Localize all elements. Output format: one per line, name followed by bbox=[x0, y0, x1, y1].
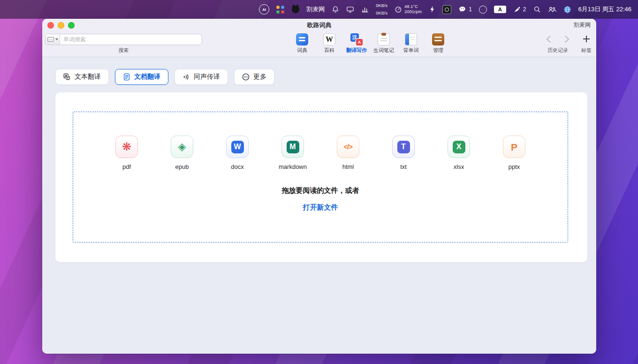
flashcards-icon bbox=[405, 33, 417, 46]
window-title: 欧路词典 bbox=[42, 21, 596, 30]
markdown-file-icon: M bbox=[281, 136, 304, 158]
keyboard-icon bbox=[47, 37, 54, 42]
toolbar-item-dictionary[interactable]: 词典 bbox=[292, 33, 312, 54]
tab-more[interactable]: 更多 bbox=[234, 69, 274, 85]
net-up-speed: 0KB/s bbox=[376, 3, 387, 8]
menubar: AI 割麦网 0KB/s 0KB/s 48.1°C 2001rpm bbox=[0, 0, 638, 19]
net-down-speed: 0KB/s bbox=[376, 11, 387, 16]
zoom-window-button[interactable] bbox=[68, 22, 75, 29]
minimize-window-button[interactable] bbox=[58, 22, 64, 29]
tab-simultaneous-interpretation[interactable]: 同声传译 bbox=[175, 69, 228, 85]
tab-document-translate[interactable]: 文档翻译 bbox=[115, 69, 168, 85]
toolbar-item-translate-write[interactable]: 汉 A 翻译写作 bbox=[346, 33, 367, 54]
xlsx-file-icon: X bbox=[448, 136, 470, 158]
dropzone-hint-text: 拖放要阅读的文件，或者 bbox=[282, 186, 359, 195]
input-method-indicator[interactable]: A bbox=[494, 6, 506, 13]
history-label: 历史记录 bbox=[547, 47, 568, 54]
manage-icon bbox=[432, 33, 444, 46]
open-new-file-link[interactable]: 打开新文件 bbox=[303, 203, 338, 212]
text-translate-icon bbox=[63, 73, 71, 81]
pen-menu-item[interactable]: 2 bbox=[513, 6, 526, 13]
toolbar: 搜索 词典 W 百科 汉 A bbox=[42, 31, 596, 57]
docx-file-icon: W bbox=[226, 136, 249, 158]
user-switch-icon[interactable] bbox=[548, 6, 556, 13]
pdf-file-icon: ❋ bbox=[115, 136, 138, 158]
more-ellipsis-icon bbox=[242, 73, 250, 81]
pptx-file-icon: P bbox=[503, 136, 525, 158]
app-window: 欧路词典 割麦网 搜索 bbox=[42, 19, 596, 354]
wechat-icon[interactable]: 1 bbox=[458, 6, 472, 13]
sound-wave-icon bbox=[182, 73, 190, 81]
filetype-pptx: P pptx bbox=[503, 136, 525, 170]
filetype-pdf: ❋ pdf bbox=[115, 136, 138, 170]
history-group: 历史记录 bbox=[547, 34, 568, 54]
filetype-xlsx: X xlsx bbox=[448, 136, 470, 170]
spotlight-search-icon[interactable] bbox=[533, 6, 541, 13]
cpu-temperature: 48.1°C bbox=[404, 4, 418, 9]
wikipedia-icon: W bbox=[323, 33, 335, 46]
supported-filetypes: ❋ pdf ◈ epub W docx M ma bbox=[115, 136, 525, 170]
window-chrome: 欧路词典 割麦网 搜索 bbox=[42, 19, 596, 57]
ai-menu-icon[interactable]: AI bbox=[259, 4, 269, 15]
search-input[interactable] bbox=[60, 36, 202, 43]
close-window-button[interactable] bbox=[47, 22, 54, 29]
epub-file-icon: ◈ bbox=[171, 136, 193, 158]
filetype-docx: W docx bbox=[226, 136, 249, 170]
sensors-indicator[interactable]: 48.1°C 2001rpm bbox=[395, 4, 422, 15]
pen-icon bbox=[513, 6, 521, 13]
gauge-icon bbox=[395, 6, 402, 13]
dark-app-icon[interactable] bbox=[442, 5, 451, 14]
desktop-wallpaper: AI 割麦网 0KB/s 0KB/s 48.1°C 2001rpm bbox=[0, 0, 638, 364]
document-translate-panel: ❋ pdf ◈ epub W docx M ma bbox=[55, 92, 587, 262]
toolbar-modes: 词典 W 百科 汉 A 翻译写作 生词 bbox=[292, 33, 448, 54]
translate-tabs: 文本翻译 文档翻译 同声传译 更多 bbox=[55, 69, 596, 85]
fan-speed: 2001rpm bbox=[404, 9, 422, 15]
colorful-app-icon[interactable] bbox=[276, 5, 285, 14]
filetype-markdown: M markdown bbox=[281, 136, 304, 170]
display-icon[interactable] bbox=[346, 6, 354, 13]
filetype-html: </> html bbox=[337, 136, 359, 170]
filetype-epub: ◈ epub bbox=[171, 136, 193, 170]
menubar-status-items: AI 割麦网 0KB/s 0KB/s 48.1°C 2001rpm bbox=[259, 3, 638, 16]
add-tag-button[interactable] bbox=[581, 34, 592, 44]
menubar-clock[interactable]: 6月13日 周五 22:46 bbox=[578, 5, 631, 14]
history-forward-button[interactable] bbox=[562, 35, 570, 43]
stats-meter-icon[interactable] bbox=[361, 6, 369, 13]
content-area: 文本翻译 文档翻译 同声传译 更多 bbox=[42, 57, 596, 354]
toolbar-right: 历史记录 标签 bbox=[547, 34, 592, 54]
tags-label: 标签 bbox=[581, 47, 592, 54]
chevron-down-icon bbox=[55, 38, 58, 40]
site-label[interactable]: 割麦网 bbox=[306, 5, 325, 14]
browser-globe-icon[interactable] bbox=[563, 6, 571, 14]
ring-status-icon[interactable] bbox=[479, 6, 487, 14]
word-search-field[interactable] bbox=[45, 34, 202, 45]
search-label: 搜索 bbox=[45, 47, 202, 54]
notebook-icon bbox=[378, 33, 390, 46]
toolbar-item-manage[interactable]: 管理 bbox=[428, 33, 448, 54]
search-group: 搜索 bbox=[45, 34, 202, 54]
power-bolt-icon[interactable] bbox=[429, 6, 435, 13]
titlebar-right-label: 割麦网 bbox=[574, 19, 591, 31]
document-translate-icon bbox=[123, 73, 130, 81]
tab-text-translate[interactable]: 文本翻译 bbox=[55, 69, 109, 85]
toolbar-item-wikipedia[interactable]: W 百科 bbox=[319, 33, 340, 54]
black-cat-app-icon[interactable] bbox=[292, 6, 299, 13]
txt-file-icon: T bbox=[392, 136, 415, 158]
keyboard-input-dropdown[interactable] bbox=[46, 34, 60, 45]
history-back-button[interactable] bbox=[547, 35, 554, 43]
dictionary-icon bbox=[296, 33, 308, 46]
file-dropzone[interactable]: ❋ pdf ◈ epub W docx M ma bbox=[73, 112, 568, 243]
tags-group: 标签 bbox=[581, 34, 592, 54]
filetype-txt: T txt bbox=[392, 136, 415, 170]
titlebar: 欧路词典 割麦网 bbox=[42, 19, 596, 31]
traffic-lights bbox=[47, 19, 75, 31]
toolbar-item-word-notes[interactable]: 生词笔记 bbox=[373, 33, 394, 54]
html-file-icon: </> bbox=[337, 136, 359, 158]
pen-count-badge: 2 bbox=[523, 6, 526, 13]
toolbar-item-memorize-words[interactable]: 背单词 bbox=[401, 33, 421, 54]
network-speed-indicator[interactable]: 0KB/s 0KB/s bbox=[376, 3, 387, 16]
translate-icon: 汉 A bbox=[350, 33, 363, 46]
wechat-unread-badge: 1 bbox=[469, 6, 472, 13]
notifications-bell-icon[interactable] bbox=[332, 6, 339, 13]
